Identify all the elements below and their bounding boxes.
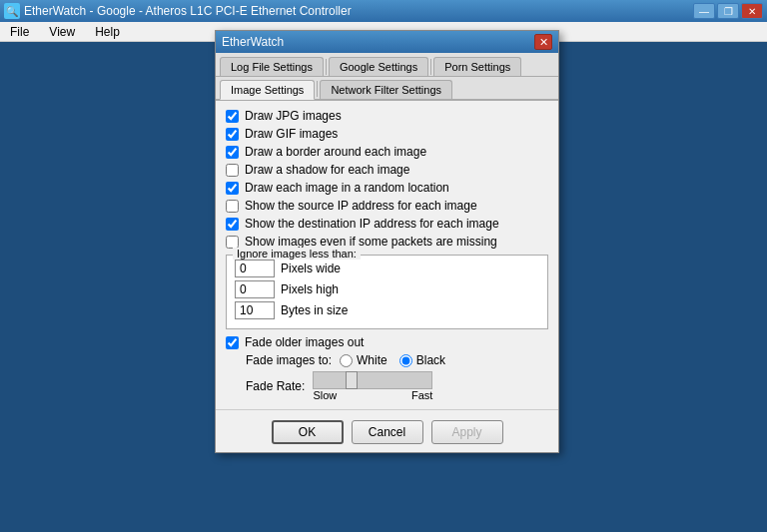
label-draw-shadow: Draw a shadow for each image bbox=[245, 163, 409, 177]
cancel-button[interactable]: Cancel bbox=[352, 420, 423, 444]
slider-fast-label: Fast bbox=[411, 389, 432, 401]
slider-slow-label: Slow bbox=[313, 389, 337, 401]
checkbox-draw-shadow[interactable] bbox=[226, 164, 239, 177]
checkbox-fade-older[interactable] bbox=[226, 336, 239, 349]
label-show-dest-ip: Show the destination IP address for each… bbox=[245, 217, 499, 231]
tab-google-settings[interactable]: Google Settings bbox=[329, 57, 428, 76]
app-icon: 🔍 bbox=[4, 3, 20, 19]
pixels-high-input[interactable] bbox=[235, 280, 275, 298]
fade-to-row: Fade images to: White Black bbox=[246, 353, 548, 367]
fade-to-label: Fade images to: bbox=[246, 353, 332, 367]
checkbox-row-draw-random: Draw each image in a random location bbox=[226, 181, 548, 195]
main-window-title: EtherWatch - Google - Atheros L1C PCI-E … bbox=[24, 4, 689, 18]
tab-separator-1 bbox=[326, 59, 327, 75]
label-draw-random: Draw each image in a random location bbox=[245, 181, 449, 195]
checkbox-row-draw-jpg: Draw JPG images bbox=[226, 109, 548, 123]
fade-to-radio-group: White Black bbox=[340, 353, 445, 367]
menu-view[interactable]: View bbox=[43, 23, 81, 41]
fade-rate-label: Fade Rate: bbox=[246, 379, 305, 393]
tab-image-settings[interactable]: Image Settings bbox=[220, 80, 315, 100]
pixels-wide-label: Pixels wide bbox=[281, 262, 341, 275]
checkbox-row-draw-shadow: Draw a shadow for each image bbox=[226, 163, 548, 177]
label-show-missing: Show images even if some packets are mis… bbox=[245, 235, 497, 249]
slider-labels: Slow Fast bbox=[313, 389, 432, 401]
tabs-row2: Image Settings Network Filter Settings bbox=[216, 77, 558, 101]
tab-porn-settings[interactable]: Porn Settings bbox=[433, 57, 521, 76]
dialog-close-button[interactable]: ✕ bbox=[534, 34, 552, 50]
checkbox-row-show-dest-ip: Show the destination IP address for each… bbox=[226, 217, 548, 231]
pixels-wide-row: Pixels wide bbox=[235, 260, 539, 277]
label-draw-border: Draw a border around each image bbox=[245, 145, 426, 159]
tab-separator-3 bbox=[317, 81, 318, 97]
dialog-titlebar: EtherWatch ✕ bbox=[216, 31, 558, 53]
menu-help[interactable]: Help bbox=[89, 23, 126, 41]
maximize-button[interactable]: ❐ bbox=[717, 3, 739, 19]
radio-black[interactable] bbox=[399, 354, 412, 367]
label-white: White bbox=[357, 353, 387, 367]
label-show-source-ip: Show the source IP address for each imag… bbox=[245, 199, 477, 213]
tab-separator-2 bbox=[430, 59, 431, 75]
dialog-title: EtherWatch bbox=[222, 35, 284, 49]
main-titlebar: 🔍 EtherWatch - Google - Atheros L1C PCI-… bbox=[0, 0, 767, 22]
fade-rate-row: Fade Rate: Slow Fast bbox=[246, 371, 548, 401]
menu-file[interactable]: File bbox=[4, 23, 35, 41]
minimize-button[interactable]: — bbox=[693, 3, 715, 19]
fade-rate-slider-container: Slow Fast bbox=[313, 371, 432, 401]
dialog-buttons: OK Cancel Apply bbox=[216, 409, 558, 452]
checkbox-draw-random[interactable] bbox=[226, 182, 239, 195]
checkbox-draw-border[interactable] bbox=[226, 146, 239, 159]
label-black: Black bbox=[416, 353, 445, 367]
etherwatch-dialog: EtherWatch ✕ Log File Settings Google Se… bbox=[215, 30, 559, 453]
tabs-row1: Log File Settings Google Settings Porn S… bbox=[216, 53, 558, 77]
apply-button[interactable]: Apply bbox=[431, 420, 503, 444]
checkbox-row-show-source-ip: Show the source IP address for each imag… bbox=[226, 199, 548, 213]
fade-section: Fade older images out Fade images to: Wh… bbox=[226, 335, 548, 401]
main-close-button[interactable]: ✕ bbox=[741, 3, 763, 19]
checkbox-row-draw-border: Draw a border around each image bbox=[226, 145, 548, 159]
ok-button[interactable]: OK bbox=[272, 420, 344, 444]
radio-row-black: Black bbox=[399, 353, 445, 367]
bytes-size-input[interactable] bbox=[235, 301, 275, 319]
radio-row-white: White bbox=[340, 353, 387, 367]
ignore-images-legend: Ignore images less than: bbox=[233, 248, 361, 260]
pixels-wide-input[interactable] bbox=[235, 260, 275, 277]
checkbox-draw-jpg[interactable] bbox=[226, 110, 239, 123]
bytes-size-row: Bytes in size bbox=[235, 301, 539, 319]
pixels-high-label: Pixels high bbox=[281, 282, 339, 296]
dialog-content: Draw JPG images Draw GIF images Draw a b… bbox=[216, 101, 558, 409]
checkbox-show-missing[interactable] bbox=[226, 236, 239, 249]
main-titlebar-buttons: — ❐ ✕ bbox=[693, 3, 763, 19]
checkbox-draw-gif[interactable] bbox=[226, 128, 239, 141]
fade-rate-slider[interactable] bbox=[313, 371, 432, 389]
ignore-images-groupbox: Ignore images less than: Pixels wide Pix… bbox=[226, 255, 548, 329]
checkbox-show-dest-ip[interactable] bbox=[226, 218, 239, 231]
tab-network-filter-settings[interactable]: Network Filter Settings bbox=[320, 80, 452, 99]
checkbox-row-draw-gif: Draw GIF images bbox=[226, 127, 548, 141]
pixels-high-row: Pixels high bbox=[235, 280, 539, 298]
label-fade-older: Fade older images out bbox=[245, 335, 364, 349]
checkbox-show-source-ip[interactable] bbox=[226, 200, 239, 213]
checkbox-row-show-missing: Show images even if some packets are mis… bbox=[226, 235, 548, 249]
tab-log-file-settings[interactable]: Log File Settings bbox=[220, 57, 324, 76]
label-draw-gif: Draw GIF images bbox=[245, 127, 338, 141]
fade-checkbox-row: Fade older images out bbox=[226, 335, 548, 349]
radio-white[interactable] bbox=[340, 354, 353, 367]
bytes-size-label: Bytes in size bbox=[281, 303, 348, 317]
label-draw-jpg: Draw JPG images bbox=[245, 109, 342, 123]
